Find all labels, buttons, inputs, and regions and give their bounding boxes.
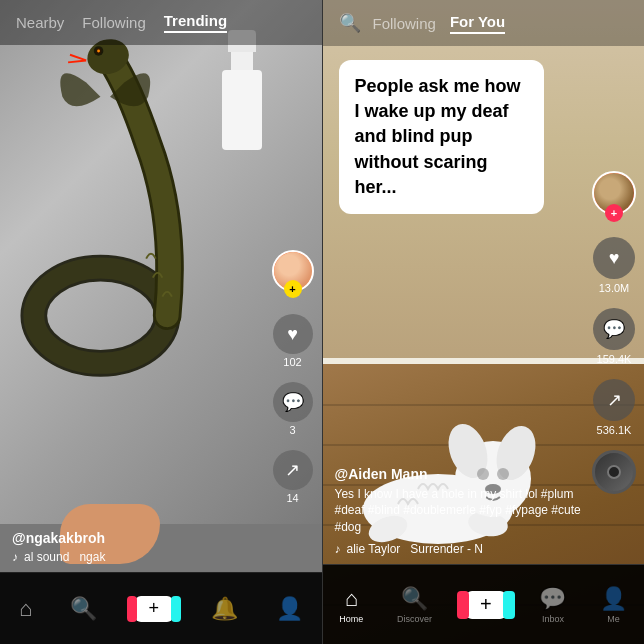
left-panel: Nearby Following Trending bbox=[0, 0, 322, 644]
right-share-icon: ↗ bbox=[593, 379, 635, 421]
right-like-count: 13.0M bbox=[599, 282, 630, 294]
right-me-nav[interactable]: 👤 Me bbox=[600, 586, 627, 624]
left-video: + ♥ 102 💬 3 ↗ 14 @ngakakbroh ♪ al sound bbox=[0, 0, 322, 644]
right-nav-following[interactable]: Following bbox=[373, 15, 436, 32]
right-me-label: Me bbox=[607, 614, 620, 624]
caption-box: People ask me how I wake up my deaf and … bbox=[339, 60, 545, 214]
right-description: Yes I know I have a hole in my shirt lol… bbox=[335, 486, 585, 536]
right-heart-icon: ♥ bbox=[593, 237, 635, 279]
profile-nav-button[interactable]: 👤 bbox=[276, 596, 303, 622]
music-row: ♪ al sound ngak bbox=[12, 550, 262, 564]
right-share-button[interactable]: ↗ 536.1K bbox=[593, 379, 635, 436]
nav-trending[interactable]: Trending bbox=[164, 12, 227, 33]
right-nav-foryou[interactable]: For You bbox=[450, 13, 505, 34]
right-header: 🔍 Following For You bbox=[323, 0, 645, 46]
right-action-buttons: + ♥ 13.0M 💬 159.4K ↗ 536.1K bbox=[592, 171, 636, 494]
right-creator-avatar-container: + bbox=[592, 171, 636, 215]
svg-point-1 bbox=[34, 268, 167, 363]
like-button[interactable]: ♥ 102 bbox=[273, 314, 313, 368]
nav-following[interactable]: Following bbox=[82, 14, 145, 31]
right-home-nav[interactable]: ⌂ Home bbox=[339, 586, 363, 624]
right-add-nav[interactable]: + bbox=[466, 591, 506, 619]
right-music-text: alie Taylor Surrender - N bbox=[347, 542, 484, 556]
comment-icon: 💬 bbox=[273, 382, 313, 422]
notification-nav-button[interactable]: 🔔 bbox=[211, 596, 238, 622]
right-bottom-nav: ⌂ Home 🔍 Discover + 💬 Inbox 👤 Me bbox=[323, 564, 645, 644]
right-discover-label: Discover bbox=[397, 614, 432, 624]
right-comment-icon: 💬 bbox=[593, 308, 635, 350]
right-panel: 🔍 Following For You People ask me how I … bbox=[323, 0, 645, 644]
left-user-info: @ngakakbroh ♪ al sound ngak bbox=[12, 530, 262, 564]
nav-nearby[interactable]: Nearby bbox=[16, 14, 64, 31]
home-icon: ⌂ bbox=[19, 596, 32, 622]
add-nav-button[interactable]: + bbox=[135, 596, 173, 622]
right-inbox-icon: 💬 bbox=[539, 586, 566, 612]
left-header: Nearby Following Trending bbox=[0, 0, 322, 45]
right-like-button[interactable]: ♥ 13.0M bbox=[593, 237, 635, 294]
right-music-row: ♪ alie Taylor Surrender - N bbox=[335, 542, 585, 556]
home-nav-button[interactable]: ⌂ bbox=[19, 596, 32, 622]
right-comment-count: 159.4K bbox=[597, 353, 632, 365]
share-count: 14 bbox=[286, 492, 298, 504]
bottle-body bbox=[222, 70, 262, 150]
music-note-icon: ♪ bbox=[12, 550, 18, 564]
music-disc bbox=[592, 450, 636, 494]
share-icon: ↗ bbox=[273, 450, 313, 490]
bell-icon: 🔔 bbox=[211, 596, 238, 622]
snake-illustration bbox=[10, 30, 210, 430]
add-icon: + bbox=[135, 596, 173, 622]
share-button[interactable]: ↗ 14 bbox=[273, 450, 313, 504]
right-inbox-label: Inbox bbox=[542, 614, 564, 624]
bottle bbox=[222, 30, 262, 150]
like-count: 102 bbox=[283, 356, 301, 368]
right-user-info: @Aiden Mann Yes I know I have a hole in … bbox=[335, 466, 585, 556]
person-icon: 👤 bbox=[276, 596, 303, 622]
creator-avatar-container: + bbox=[272, 250, 314, 292]
comment-button[interactable]: 💬 3 bbox=[273, 382, 313, 436]
left-bottom-nav: ⌂ 🔍 + 🔔 👤 bbox=[0, 572, 322, 644]
right-comment-button[interactable]: 💬 159.4K bbox=[593, 308, 635, 365]
right-username[interactable]: @Aiden Mann bbox=[335, 466, 585, 482]
right-add-icon: + bbox=[466, 591, 506, 619]
bottle-neck bbox=[231, 52, 253, 70]
music-text: al sound ngak bbox=[24, 550, 105, 564]
right-inbox-nav[interactable]: 💬 Inbox bbox=[539, 586, 566, 624]
right-search-icon[interactable]: 🔍 bbox=[339, 12, 361, 34]
right-search-nav-icon: 🔍 bbox=[401, 586, 428, 612]
right-home-icon: ⌂ bbox=[345, 586, 358, 612]
right-music-note-icon: ♪ bbox=[335, 542, 341, 556]
comment-count: 3 bbox=[289, 424, 295, 436]
left-action-buttons: + ♥ 102 💬 3 ↗ 14 bbox=[272, 250, 314, 504]
heart-icon: ♥ bbox=[273, 314, 313, 354]
music-disc-inner bbox=[607, 465, 621, 479]
right-home-label: Home bbox=[339, 614, 363, 624]
right-follow-plus-badge[interactable]: + bbox=[605, 204, 623, 222]
right-profile-icon: 👤 bbox=[600, 586, 627, 612]
right-discover-nav[interactable]: 🔍 Discover bbox=[397, 586, 432, 624]
left-username[interactable]: @ngakakbroh bbox=[12, 530, 262, 546]
search-icon: 🔍 bbox=[70, 596, 97, 622]
search-nav-button[interactable]: 🔍 bbox=[70, 596, 97, 622]
follow-plus-badge[interactable]: + bbox=[284, 280, 302, 298]
right-share-count: 536.1K bbox=[597, 424, 632, 436]
caption-text: People ask me how I wake up my deaf and … bbox=[355, 74, 529, 200]
svg-point-5 bbox=[97, 50, 100, 53]
